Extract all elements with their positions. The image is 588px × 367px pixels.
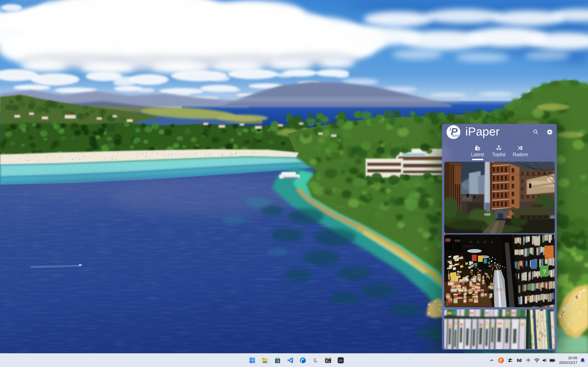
svg-text:PARK: PARK: [470, 240, 498, 244]
svg-text:中: 中: [526, 358, 531, 363]
svg-text:3: 3: [446, 301, 449, 307]
svg-text:aper: aper: [452, 133, 459, 137]
svg-text:?: ?: [543, 268, 546, 275]
svg-text:aper: aper: [500, 361, 503, 363]
svg-text:$W: $W: [339, 359, 343, 363]
